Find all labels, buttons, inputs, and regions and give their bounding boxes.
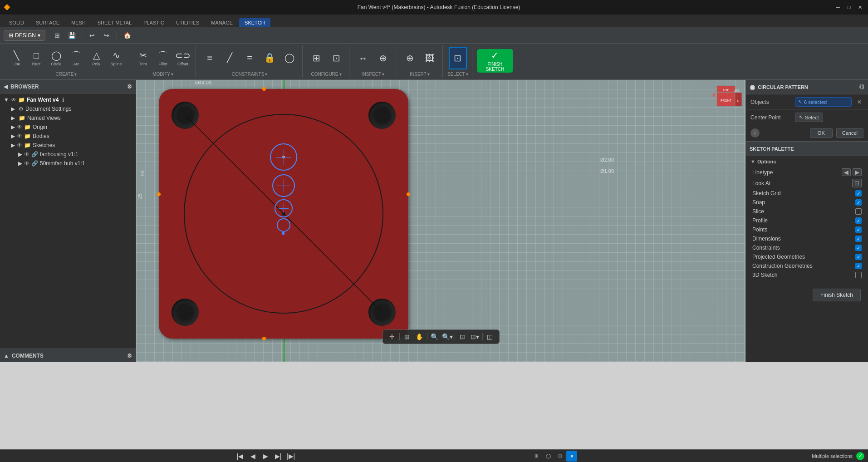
play-pause-btn[interactable]: ▶ xyxy=(260,451,271,462)
play-end-btn[interactable]: |▶| xyxy=(285,451,296,462)
panel-expand-btn[interactable]: ⟪⟫ xyxy=(859,84,864,90)
tab-mesh[interactable]: MESH xyxy=(66,18,91,27)
offset-tool[interactable]: ⊂⊃ Offset xyxy=(174,47,192,69)
browser-settings-icon[interactable]: ⚙ xyxy=(127,84,132,90)
status-tool-2[interactable]: ◯ xyxy=(543,451,554,462)
3d-sketch-checkbox[interactable] xyxy=(855,272,862,278)
save-button[interactable]: 💾 xyxy=(65,29,78,42)
browser-item-named-views[interactable]: ▶ 📁 Named Views xyxy=(0,113,136,123)
slice-checkbox[interactable] xyxy=(855,208,862,215)
play-next-btn[interactable]: ▶| xyxy=(273,451,284,462)
play-prev-btn[interactable]: ◀ xyxy=(247,451,258,462)
browser-item-bodies[interactable]: ▶ 👁 📁 Bodies xyxy=(0,132,136,141)
browser-item-doc-settings[interactable]: ▶ ⚙ Document Settings xyxy=(0,104,136,113)
configure-btn2[interactable]: ⊡ xyxy=(327,47,345,69)
spline-tool[interactable]: ∿ Spline xyxy=(107,47,125,69)
info-button[interactable]: i xyxy=(750,128,760,138)
line-tool[interactable]: ╲ Line xyxy=(7,47,25,69)
maximize-button[interactable]: □ xyxy=(844,3,853,12)
snap-checkbox[interactable] xyxy=(855,199,862,206)
ribbon-tabs: SOLID SURFACE MESH SHEET METAL PLASTIC U… xyxy=(0,15,868,27)
nav-pan-btn[interactable]: ✋ xyxy=(414,331,425,342)
rect-tool[interactable]: □ Rect xyxy=(27,47,45,69)
browser-root-item[interactable]: ▼ 👁 📁 Fan Went v4 ℹ xyxy=(0,95,136,104)
tab-utilities[interactable]: UTILITIES xyxy=(171,18,205,27)
linetype-next-btn[interactable]: ▶ xyxy=(853,168,862,176)
origin-visibility-icon[interactable]: 👁 xyxy=(17,124,22,130)
tab-sketch[interactable]: SKETCH xyxy=(239,18,270,27)
tab-solid[interactable]: SOLID xyxy=(4,18,29,27)
polygon-tool[interactable]: △ Poly xyxy=(87,47,105,69)
nav-display-btn[interactable]: ⊡ xyxy=(457,331,468,342)
browser-item-fanhousing[interactable]: ▶ 👁 🔗 fanhousing v1:1 xyxy=(0,150,136,159)
nav-display-dropdown[interactable]: ⊡▾ xyxy=(470,331,481,342)
status-tool-1[interactable]: ⊞ xyxy=(531,451,542,462)
play-start-btn[interactable]: |◀ xyxy=(235,451,245,462)
insert-btn2[interactable]: 🖼 xyxy=(421,47,439,69)
minimize-button[interactable]: ─ xyxy=(834,3,843,12)
browser-collapse-icon[interactable]: ◀ xyxy=(4,84,8,90)
projected-geometries-checkbox[interactable] xyxy=(855,254,862,260)
objects-clear-btn[interactable]: ✕ xyxy=(855,98,863,106)
grid-button[interactable]: ⊞ xyxy=(51,29,64,42)
circle-sketch[interactable]: ◯ xyxy=(280,47,299,69)
status-tool-active[interactable]: ■ xyxy=(566,451,577,462)
sketch-grid-checkbox[interactable] xyxy=(855,190,862,197)
nav-zoom-btn[interactable]: 🔍 xyxy=(429,331,440,342)
configure-btn1[interactable]: ⊞ xyxy=(307,47,325,69)
arc-tool[interactable]: ⌒ Arc xyxy=(67,47,85,69)
redo-button[interactable]: ↪ xyxy=(100,29,113,42)
look-at-btn[interactable]: ⊡ xyxy=(852,179,862,187)
equal-constraint[interactable]: = xyxy=(240,47,259,69)
nav-pivot-btn[interactable]: ✛ xyxy=(387,331,397,342)
tab-sheet-metal[interactable]: SHEET METAL xyxy=(92,18,137,27)
profile-checkbox[interactable] xyxy=(855,217,862,224)
view-cube[interactable]: TOP FRONT R X d01 xyxy=(710,84,742,115)
root-visibility-icon[interactable]: 👁 xyxy=(11,97,16,103)
tab-surface[interactable]: SURFACE xyxy=(30,18,65,27)
objects-selected-field[interactable]: ↖ 6 selected xyxy=(795,97,852,107)
inspect-btn[interactable]: ⊕ xyxy=(374,47,392,69)
points-checkbox[interactable] xyxy=(855,226,862,233)
construction-geometries-checkbox[interactable] xyxy=(855,263,862,269)
linetype-prev-btn[interactable]: ◀ xyxy=(842,168,851,176)
cancel-button[interactable]: Cancel xyxy=(836,128,863,138)
design-button[interactable]: ⊞ DESIGN ▾ xyxy=(4,30,45,41)
bodies-visibility-icon[interactable]: 👁 xyxy=(17,133,22,139)
close-button[interactable]: ✕ xyxy=(855,3,864,12)
insert-btn1[interactable]: ⊕ xyxy=(401,47,419,69)
finish-sketch-ribbon-btn[interactable]: ✓ FINISH SKETCH xyxy=(477,49,513,73)
comments-settings-icon[interactable]: ⚙ xyxy=(127,353,132,359)
fix-constraint[interactable]: 🔒 xyxy=(260,47,279,69)
nav-view-btn[interactable]: ◫ xyxy=(485,331,495,342)
constraints-checkbox[interactable] xyxy=(855,245,862,251)
measure-btn[interactable]: ↔ xyxy=(354,47,372,69)
root-info-icon[interactable]: ℹ xyxy=(62,97,64,103)
browser-item-sketches[interactable]: ▶ 👁 📁 Sketches xyxy=(0,141,136,150)
nav-zoom-dropdown[interactable]: 🔍▾ xyxy=(442,331,453,342)
tab-plastic[interactable]: PLASTIC xyxy=(138,18,170,27)
browser-item-origin[interactable]: ▶ 👁 📁 Origin xyxy=(0,123,136,132)
fillet-tool[interactable]: ⌒ Fillet xyxy=(154,47,172,69)
hubfan-visibility-icon[interactable]: 👁 xyxy=(24,160,29,167)
undo-button[interactable]: ↩ xyxy=(86,29,98,42)
trim-tool[interactable]: ✂ Trim xyxy=(134,47,152,69)
fanhousing-visibility-icon[interactable]: 👁 xyxy=(24,151,29,157)
ok-button[interactable]: OK xyxy=(810,128,833,138)
status-tool-3[interactable]: ⊡ xyxy=(554,451,565,462)
finish-sketch-button[interactable]: Finish Sketch xyxy=(813,289,861,301)
browser-item-hubfan[interactable]: ▶ 👁 🔗 50mmfan hub v1:1 xyxy=(0,159,136,168)
canvas-area[interactable]: Ø44.00 25 25 50 Ø2.00 Ø1.00 xyxy=(136,80,745,362)
dimensions-checkbox[interactable] xyxy=(855,236,862,242)
parallel-constraint[interactable]: ╱ xyxy=(221,47,239,69)
select-btn[interactable]: ⊡ xyxy=(449,47,467,69)
select-center-point-btn[interactable]: ↖ Select xyxy=(795,113,823,122)
dim-d1: Ø1.00 xyxy=(600,168,614,174)
nav-pan-mode[interactable]: ⊞ xyxy=(402,331,412,342)
circle-tool[interactable]: ◯ Circle xyxy=(47,47,65,69)
tab-manage[interactable]: MANAGE xyxy=(206,18,238,27)
coincident-constraint[interactable]: ≡ xyxy=(201,47,219,69)
sketches-visibility-icon[interactable]: 👁 xyxy=(17,142,22,148)
comments-expand-icon[interactable]: ▲ xyxy=(4,353,9,359)
home-button[interactable]: 🏠 xyxy=(121,29,133,42)
